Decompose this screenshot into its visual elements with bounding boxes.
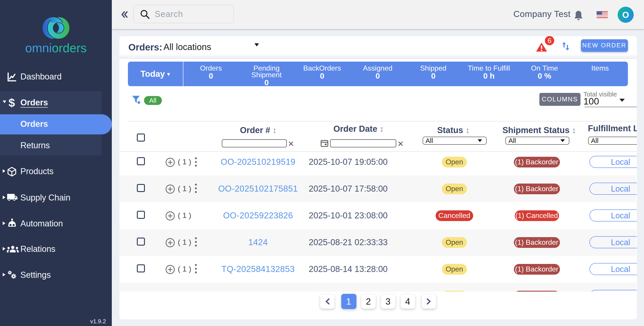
svg-text:6: 6 — [548, 37, 551, 44]
svg-text:O: O — [622, 10, 629, 19]
